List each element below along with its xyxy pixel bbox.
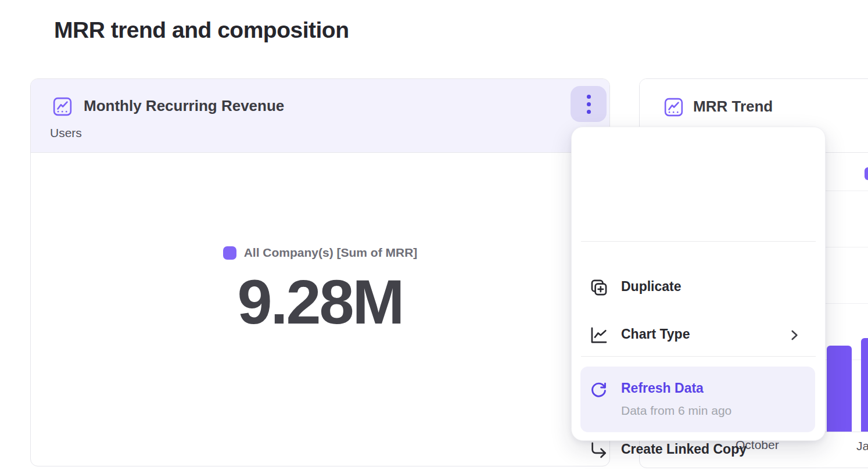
menu-item-label: Chart Type [621, 326, 690, 342]
menu-item-label: Create Linked Copy [621, 441, 747, 457]
card-options-menu: Duplicate Chart Type Copy URL [571, 127, 826, 441]
menu-item-label: Refresh Data [621, 380, 704, 396]
duplicate-icon [589, 278, 609, 297]
kebab-icon [587, 95, 591, 99]
card-options-button[interactable] [571, 86, 607, 122]
legend-swatch [223, 246, 236, 260]
refresh-icon [589, 380, 608, 399]
bar [861, 338, 868, 432]
menu-item-label: Duplicate [621, 279, 682, 295]
menu-divider [581, 241, 816, 242]
menu-item-sublabel: Data from 6 min ago [621, 404, 731, 418]
linked-copy-icon [589, 440, 609, 460]
page-title: MRR trend and composition [54, 17, 349, 43]
card-subtitle: Users [50, 126, 82, 140]
legend: All Company(s) [Sum of MRR] [223, 246, 418, 260]
card-title: Monthly Recurring Revenue [84, 97, 284, 115]
chevron-right-icon [787, 328, 802, 343]
kebab-icon [587, 102, 591, 106]
metric-body: All Company(s) [Sum of MRR] 9.28M [31, 153, 609, 466]
x-tick-label: Ja [856, 439, 868, 453]
menu-item-chart-type[interactable]: Chart Type [572, 319, 825, 351]
menu-item-create-linked-copy[interactable]: Create Linked Copy [572, 434, 825, 466]
dashboard-page: { "page": { "title": "MRR trend and comp… [0, 0, 868, 474]
chart-icon [52, 96, 73, 117]
legend-label: All Company(s) [Sum of MRR] [244, 246, 418, 260]
legend-swatch [865, 167, 868, 180]
menu-item-refresh-data[interactable]: Refresh Data Data from 6 min ago [580, 367, 815, 432]
card-header: Monthly Recurring Revenue Users [31, 79, 609, 153]
menu-divider [581, 356, 816, 357]
metric-value: 9.28M [237, 265, 403, 338]
card-title: MRR Trend [693, 98, 773, 116]
chart-icon [663, 96, 684, 118]
bar [827, 346, 852, 432]
card-monthly-recurring-revenue: Monthly Recurring Revenue Users All Comp… [30, 78, 610, 466]
kebab-icon [587, 110, 591, 114]
menu-item-duplicate[interactable]: Duplicate [572, 271, 825, 304]
chart-type-icon [589, 325, 609, 345]
